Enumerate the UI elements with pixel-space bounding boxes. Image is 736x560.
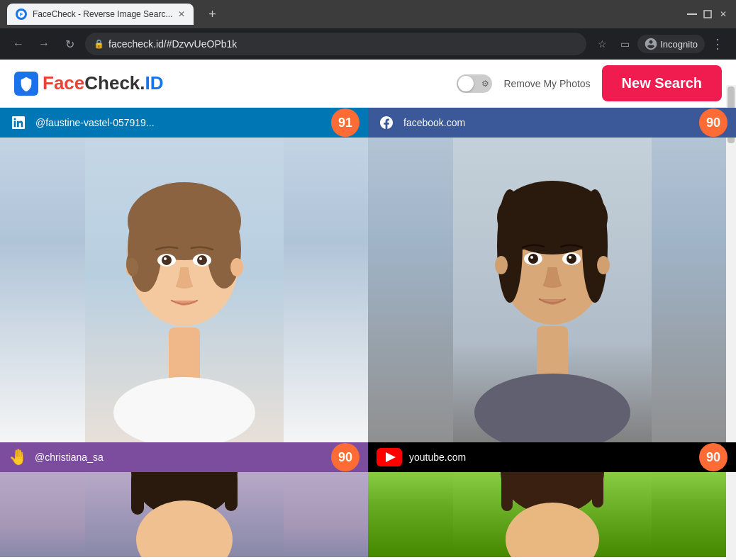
- logo-dot: .: [140, 72, 145, 94]
- svg-point-19: [126, 251, 140, 276]
- svg-point-32: [569, 256, 571, 259]
- svg-rect-44: [592, 472, 603, 508]
- result-username-youtube: youtube.com: [409, 452, 692, 463]
- result-card-facebook[interactable]: facebook.com 90: [368, 108, 736, 442]
- youtube-icon: [377, 448, 402, 466]
- svg-point-30: [567, 254, 576, 264]
- face-image-facebook: [368, 108, 736, 442]
- svg-rect-2: [687, 13, 697, 15]
- result-username-facebook: facebook.com: [403, 117, 692, 128]
- lock-icon: 🔒: [94, 39, 104, 49]
- split-view-button[interactable]: ▭: [615, 34, 635, 54]
- logo-text: FaceCheck.ID: [43, 72, 164, 94]
- address-bar: ← → ↻ 🔒 facecheck.id/#DzvvUeOPb1k ☆ ▭ In…: [0, 28, 736, 60]
- remove-photos-link[interactable]: Remove My Photos: [503, 78, 590, 89]
- maximize-button[interactable]: [702, 9, 713, 20]
- scrollbar-track[interactable]: [726, 85, 736, 560]
- svg-rect-3: [704, 11, 711, 18]
- logo-shield-icon: [14, 72, 38, 96]
- logo-check: Check: [84, 72, 140, 94]
- results-grid: @faustine-vastel-057919... 91: [0, 108, 736, 557]
- gear-icon: ⚙: [481, 79, 489, 89]
- tab-favicon: F: [16, 9, 27, 20]
- svg-point-15: [164, 257, 167, 260]
- back-button[interactable]: ←: [9, 34, 28, 54]
- result-header-youtube: youtube.com 90: [368, 442, 736, 472]
- score-badge-instagram: 90: [331, 443, 359, 471]
- incognito-label: Incognito: [660, 39, 698, 50]
- result-username-instagram: @christiana_sa: [35, 452, 324, 463]
- svg-rect-43: [501, 472, 513, 511]
- result-card-linkedin[interactable]: @faustine-vastel-057919... 91: [0, 108, 368, 442]
- site-header: FaceCheck.ID ⚙ Remove My Photos New Sear…: [0, 60, 736, 108]
- header-right: ⚙ Remove My Photos New Search: [457, 65, 722, 101]
- result-header-instagram: 🤚 @christiana_sa 90: [0, 442, 368, 472]
- svg-point-29: [528, 254, 538, 264]
- svg-rect-38: [131, 472, 144, 515]
- svg-point-33: [495, 256, 508, 274]
- logo-face: Face: [43, 72, 84, 94]
- forward-button[interactable]: →: [34, 34, 54, 54]
- incognito-button[interactable]: Incognito: [637, 35, 705, 53]
- svg-point-31: [530, 256, 533, 259]
- score-badge-linkedin: 91: [331, 108, 359, 137]
- toggle-knob: [458, 76, 474, 91]
- tab-close-button[interactable]: ✕: [178, 9, 185, 19]
- svg-point-34: [597, 256, 610, 274]
- svg-rect-5: [169, 327, 200, 384]
- result-card-instagram[interactable]: 🤚 @christiana_sa 90: [0, 442, 368, 557]
- score-badge-youtube: 90: [699, 443, 727, 471]
- browser-menu-button[interactable]: ⋮: [708, 36, 727, 52]
- new-search-button[interactable]: New Search: [602, 65, 722, 101]
- face-image-linkedin: [0, 108, 368, 442]
- close-button[interactable]: ✕: [718, 9, 729, 20]
- facebook-icon: [377, 113, 396, 133]
- minimize-button[interactable]: [686, 9, 698, 20]
- svg-point-14: [197, 255, 207, 265]
- result-header-facebook: facebook.com 90: [368, 108, 736, 138]
- browser-tab[interactable]: F FaceCheck - Reverse Image Searc... ✕: [7, 4, 194, 25]
- logo-id: ID: [145, 72, 164, 94]
- face-image-youtube: [368, 472, 736, 557]
- bookmark-button[interactable]: ☆: [592, 34, 612, 54]
- tab-title: FaceCheck - Reverse Image Searc...: [33, 9, 172, 19]
- result-username-linkedin: @faustine-vastel-057919...: [35, 117, 324, 128]
- toggle-switch[interactable]: ⚙: [457, 74, 492, 93]
- score-badge-facebook: 90: [699, 108, 727, 137]
- svg-text:F: F: [20, 12, 23, 17]
- svg-rect-39: [225, 472, 238, 511]
- page-content: FaceCheck.ID ⚙ Remove My Photos New Sear…: [0, 60, 736, 557]
- url-input[interactable]: 🔒 facecheck.id/#DzvvUeOPb1k: [85, 33, 586, 55]
- svg-point-16: [199, 257, 202, 260]
- url-text: facecheck.id/#DzvvUeOPb1k: [108, 38, 578, 50]
- linkedin-icon: [9, 113, 28, 133]
- logo[interactable]: FaceCheck.ID: [14, 72, 164, 96]
- reload-button[interactable]: ↻: [60, 34, 79, 54]
- result-card-youtube[interactable]: youtube.com 90: [368, 442, 736, 557]
- face-image-instagram: [0, 472, 368, 557]
- result-header-linkedin: @faustine-vastel-057919... 91: [0, 108, 368, 138]
- new-tab-button[interactable]: +: [202, 4, 222, 24]
- svg-point-18: [230, 258, 243, 276]
- svg-point-13: [162, 255, 172, 265]
- instagram-icon: 🤚: [9, 448, 28, 466]
